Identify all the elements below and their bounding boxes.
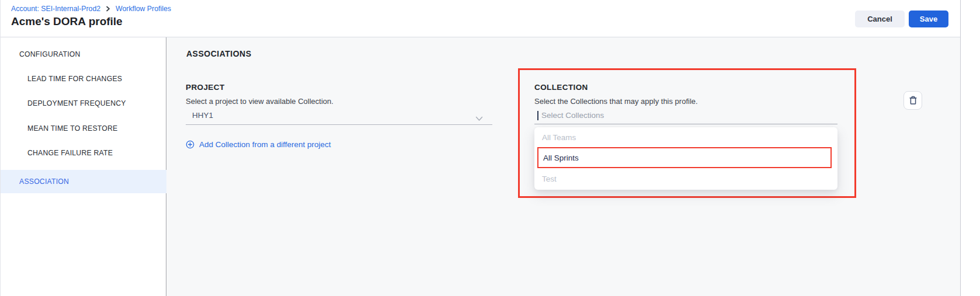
associations-section-title: ASSOCIATIONS — [186, 49, 252, 58]
chevron-right-icon — [105, 6, 111, 12]
project-heading: PROJECT — [186, 83, 225, 92]
sidebar-item-association[interactable]: ASSOCIATION — [1, 170, 166, 193]
collection-heading: COLLECTION — [534, 83, 588, 92]
profile-sidebar: CONFIGURATION LEAD TIME FOR CHANGES DEPL… — [1, 37, 166, 296]
text-cursor — [537, 111, 538, 120]
workflow-profile-page: Account: SEI-Internal-Prod2 Workflow Pro… — [0, 0, 980, 296]
project-description: Select a project to view available Colle… — [186, 97, 333, 106]
breadcrumb-account-link[interactable]: Account: SEI-Internal-Prod2 — [11, 5, 100, 13]
breadcrumb: Account: SEI-Internal-Prod2 Workflow Pro… — [11, 5, 171, 13]
collection-option-all-teams[interactable]: All Teams — [534, 127, 837, 147]
page-header: Account: SEI-Internal-Prod2 Workflow Pro… — [1, 0, 960, 37]
collection-option-test[interactable]: Test — [534, 168, 837, 190]
delete-association-button[interactable] — [903, 91, 922, 110]
collection-search-input[interactable]: Select Collections — [534, 110, 837, 124]
cancel-button[interactable]: Cancel — [855, 11, 905, 27]
add-collection-link-label: Add Collection from a different project — [199, 140, 331, 149]
save-button[interactable]: Save — [909, 11, 948, 27]
association-panel: ASSOCIATIONS PROJECT Select a project to… — [166, 37, 960, 296]
sidebar-item-configuration[interactable]: CONFIGURATION — [19, 50, 81, 58]
collection-option-all-sprints[interactable]: All Sprints — [537, 147, 832, 168]
add-collection-link[interactable]: Add Collection from a different project — [186, 140, 331, 149]
project-select-value: HHY1 — [192, 111, 213, 120]
page-title: Acme's DORA profile — [11, 15, 123, 28]
sidebar-item-lead-time-for-changes[interactable]: LEAD TIME FOR CHANGES — [27, 75, 122, 83]
plus-circle-icon — [186, 140, 194, 149]
collection-options-dropdown: All Teams All Sprints Test — [534, 127, 837, 190]
sidebar-item-deployment-frequency[interactable]: DEPLOYMENT FREQUENCY — [27, 99, 126, 107]
trash-icon — [908, 95, 918, 106]
project-select[interactable]: HHY1 — [186, 109, 492, 125]
breadcrumb-workflow-profiles-link[interactable]: Workflow Profiles — [116, 5, 171, 13]
collection-description: Select the Collections that may apply th… — [534, 97, 698, 106]
page-right-edge — [960, 0, 980, 296]
chevron-down-icon — [475, 113, 483, 124]
collection-input-placeholder: Select Collections — [541, 111, 604, 120]
sidebar-item-change-failure-rate[interactable]: CHANGE FAILURE RATE — [27, 149, 113, 157]
sidebar-item-mean-time-to-restore[interactable]: MEAN TIME TO RESTORE — [27, 124, 117, 133]
